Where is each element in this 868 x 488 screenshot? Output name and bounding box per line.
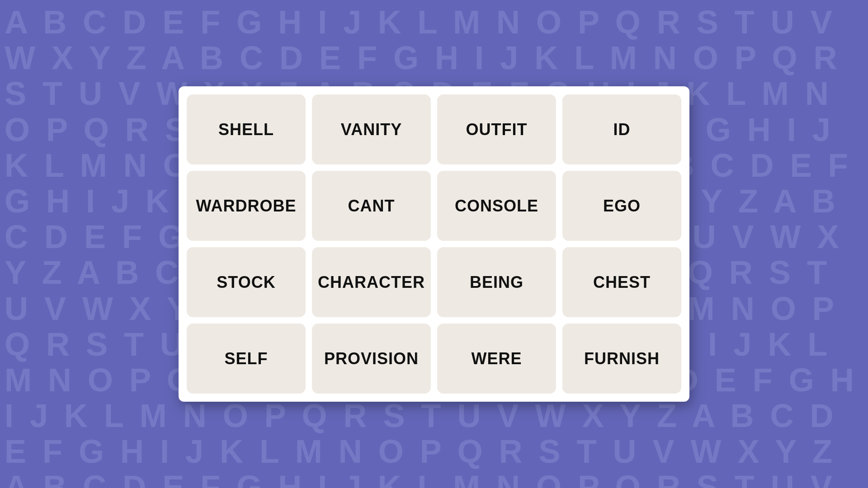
- card-self[interactable]: SELF: [187, 324, 306, 394]
- card-cant[interactable]: CANT: [312, 171, 431, 241]
- card-label-being: BEING: [470, 273, 524, 292]
- card-provision[interactable]: PROVISION: [312, 324, 431, 394]
- card-label-self: SELF: [224, 349, 268, 368]
- card-label-wardrobe: WARDROBE: [196, 197, 297, 216]
- card-label-shell: SHELL: [218, 120, 274, 139]
- card-label-console: CONSOLE: [455, 197, 538, 216]
- card-shell[interactable]: SHELL: [187, 94, 306, 164]
- card-ego[interactable]: EGO: [562, 171, 681, 241]
- word-grid: SHELLVANITYOUTFITIDWARDROBECANTCONSOLEEG…: [187, 94, 681, 394]
- card-chest[interactable]: CHEST: [562, 247, 681, 317]
- card-label-id: ID: [613, 120, 631, 139]
- card-label-character: CHARACTER: [318, 273, 425, 292]
- card-label-vanity: VANITY: [341, 120, 402, 139]
- card-being[interactable]: BEING: [437, 247, 556, 317]
- card-label-stock: STOCK: [217, 273, 275, 292]
- card-panel: SHELLVANITYOUTFITIDWARDROBECANTCONSOLEEG…: [179, 86, 689, 402]
- card-label-provision: PROVISION: [324, 349, 419, 368]
- card-stock[interactable]: STOCK: [187, 247, 306, 317]
- card-label-ego: EGO: [603, 197, 641, 216]
- card-outfit[interactable]: OUTFIT: [437, 94, 556, 164]
- card-furnish[interactable]: FURNISH: [562, 324, 681, 394]
- card-id[interactable]: ID: [562, 94, 681, 164]
- card-label-were: WERE: [472, 349, 522, 368]
- card-console[interactable]: CONSOLE: [437, 171, 556, 241]
- card-vanity[interactable]: VANITY: [312, 94, 431, 164]
- card-wardrobe[interactable]: WARDROBE: [187, 171, 306, 241]
- card-label-outfit: OUTFIT: [466, 120, 528, 139]
- card-label-furnish: FURNISH: [584, 349, 660, 368]
- card-character[interactable]: CHARACTER: [312, 247, 431, 317]
- card-were[interactable]: WERE: [437, 324, 556, 394]
- card-label-chest: CHEST: [593, 273, 651, 292]
- card-label-cant: CANT: [348, 197, 395, 216]
